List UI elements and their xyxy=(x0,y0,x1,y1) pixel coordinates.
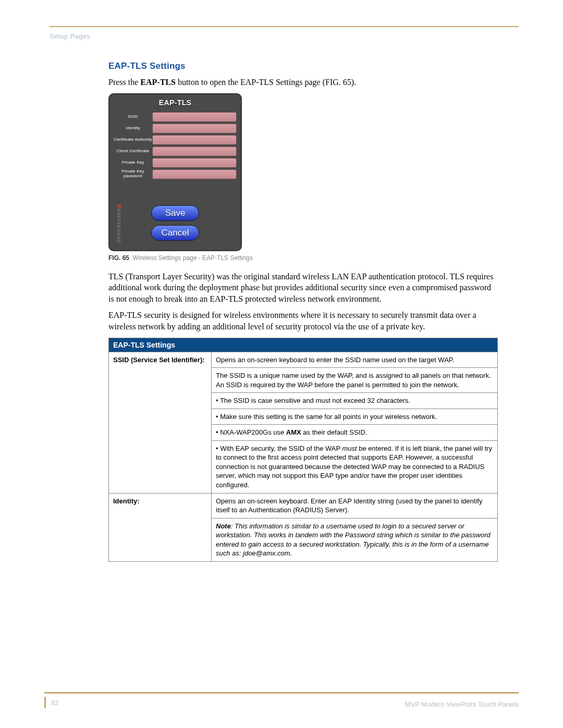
table-cell: • The SSID is case sensitive and must no… xyxy=(212,393,498,409)
table-cell: • NXA-WAP200Gs use AMX as their default … xyxy=(212,425,498,441)
cancel-button[interactable]: Cancel xyxy=(151,225,199,241)
table-key-ssid: SSID (Service Set Identifier): xyxy=(109,352,212,493)
devicescape-logo: devicescapee xyxy=(115,203,123,242)
field-row-clientcert: Client Certificate xyxy=(114,146,237,156)
field-row-pk: Private Key xyxy=(114,158,237,168)
device-screenshot: EAP-TLS SSID Identity Certificate Author… xyxy=(108,93,242,251)
private-key-input[interactable] xyxy=(152,158,237,168)
page: Setup Pages EAP-TLS Settings Press the E… xyxy=(0,0,563,728)
private-key-password-input[interactable] xyxy=(152,169,237,179)
field-label: Identity xyxy=(114,126,152,131)
table-row: SSID (Service Set Identifier): Opens an … xyxy=(109,352,498,368)
identity-input[interactable] xyxy=(152,124,237,133)
table-cell: • Make sure this setting is the same for… xyxy=(212,409,498,425)
table-cell: Opens an on-screen keyboard. Enter an EA… xyxy=(212,493,498,518)
note-label: Note xyxy=(216,522,231,530)
table-header: EAP-TLS Settings xyxy=(109,338,498,352)
table-cell: Opens an on-screen keyboard to enter the… xyxy=(212,352,498,368)
intro-paragraph: Press the EAP-TLS button to open the EAP… xyxy=(108,77,498,88)
settings-table: EAP-TLS Settings SSID (Service Set Ident… xyxy=(108,338,498,562)
table-key-identity: Identity: xyxy=(109,493,212,561)
table-cell: The SSID is a unique name used by the WA… xyxy=(212,368,498,393)
logo-e-icon: e xyxy=(115,203,123,208)
ssid-input[interactable] xyxy=(152,112,237,122)
screenshot-buttons: Save Cancel xyxy=(109,205,241,241)
client-certificate-input[interactable] xyxy=(152,146,237,156)
figure-number: FIG. 65 xyxy=(108,254,129,262)
table-header-row: EAP-TLS Settings xyxy=(109,338,498,352)
header-section-label: Setup Pages xyxy=(50,32,519,40)
field-row-ssid: SSID xyxy=(114,112,237,122)
doc-title: MVP Modero ViewPoint Touch Panels xyxy=(405,700,519,708)
screenshot-title: EAP-TLS xyxy=(109,98,241,107)
field-label: Client Certificate xyxy=(114,149,152,154)
intro-bold: EAP-TLS xyxy=(140,78,176,87)
table-row: Identity: Opens an on-screen keyboard. E… xyxy=(109,493,498,518)
field-row-pkpass: Private Key password xyxy=(114,169,237,179)
footer: 82 MVP Modero ViewPoint Touch Panels xyxy=(44,692,519,708)
field-label: Private Key xyxy=(114,161,152,165)
figure-text: Wireless Settings page - EAP-TLS Setting… xyxy=(133,254,253,262)
field-label: Certificate Authority xyxy=(114,138,152,142)
content-area: EAP-TLS Settings Press the EAP-TLS butto… xyxy=(108,61,498,562)
field-row-identity: Identity xyxy=(114,124,237,133)
certificate-authority-input[interactable] xyxy=(152,135,237,145)
note-text: : This information is similar to a usern… xyxy=(216,522,491,558)
cell-italic: must xyxy=(342,445,357,452)
cell-post: as their default SSID. xyxy=(301,428,367,436)
sidetext: devicescape xyxy=(116,208,121,243)
paragraph-2: EAP-TLS security is designed for wireles… xyxy=(108,310,498,332)
save-button[interactable]: Save xyxy=(151,205,199,221)
section-title: EAP-TLS Settings xyxy=(108,61,498,71)
field-label: Private Key password xyxy=(114,169,152,179)
figure-caption: FIG. 65 Wireless Settings page - EAP-TLS… xyxy=(108,254,498,262)
table-cell-note: Note: This information is similar to a u… xyxy=(212,518,498,561)
cell-pre: • NXA-WAP200Gs use xyxy=(216,428,286,436)
field-row-ca: Certificate Authority xyxy=(114,135,237,145)
table-cell: • With EAP security, the SSID of the WAP… xyxy=(212,440,498,493)
page-number: 82 xyxy=(44,697,58,708)
paragraph-1: TLS (Transport Layer Security) was the o… xyxy=(108,271,498,305)
top-rule xyxy=(50,26,519,27)
intro-post: button to open the EAP-TLS Settings page… xyxy=(176,78,356,87)
cell-pre: • With EAP security, the SSID of the WAP xyxy=(216,445,342,452)
cell-bold: AMX xyxy=(286,428,301,436)
intro-pre: Press the xyxy=(108,78,140,87)
field-label: SSID xyxy=(114,115,152,119)
